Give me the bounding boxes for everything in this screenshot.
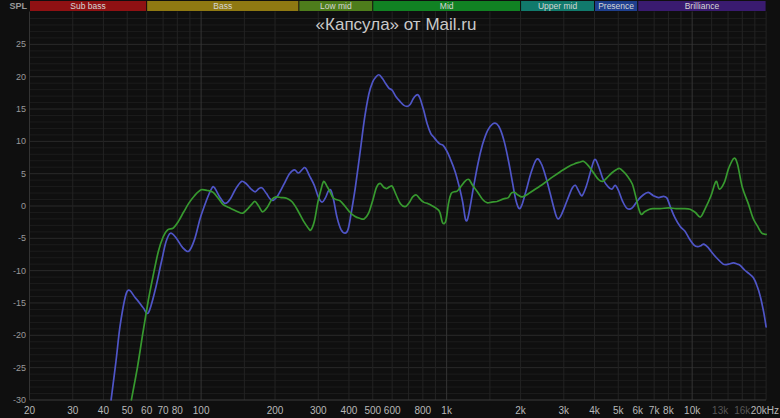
curve-blue-response <box>111 75 766 400</box>
y-tick-label: -10 <box>13 266 26 276</box>
y-tick-label: -30 <box>13 395 26 405</box>
x-tick-label: 13k <box>712 405 729 416</box>
band-label: Sub bass <box>70 1 105 11</box>
band-label: Mid <box>440 1 454 11</box>
x-tick-label: 600 <box>384 405 401 416</box>
x-tick-label: 8k <box>663 405 675 416</box>
curves-layer <box>111 75 766 400</box>
y-tick-label: 5 <box>21 169 26 179</box>
x-tick-label: 200 <box>267 405 284 416</box>
x-tick-label: 300 <box>310 405 327 416</box>
y-tick-label: 25 <box>16 39 26 49</box>
x-tick-label: 50 <box>122 405 134 416</box>
grid-layer <box>30 12 767 401</box>
x-tick-label: 10k <box>684 405 701 416</box>
y-axis-title: SPL <box>9 1 27 11</box>
frequency-response-chart: Sub bassBassLow midMidUpper midPresenceB… <box>0 0 780 418</box>
x-tick-label: 20kHz <box>751 405 779 416</box>
band-label: Bass <box>213 1 232 11</box>
y-tick-label: -20 <box>13 330 26 340</box>
y-tick-label: -15 <box>13 298 26 308</box>
x-tick-label: 16k <box>734 405 751 416</box>
x-tick-label: 6k <box>632 405 644 416</box>
curve-green-response <box>131 158 766 400</box>
band-label: Low mid <box>320 1 352 11</box>
x-tick-label: 400 <box>341 405 358 416</box>
x-tick-label: 60 <box>141 405 153 416</box>
x-tick-label: 3k <box>559 405 571 416</box>
x-tick-label: 7k <box>649 405 661 416</box>
y-tick-label: 20 <box>16 72 26 82</box>
band-label: Presence <box>598 1 634 11</box>
y-tick-label: 10 <box>16 136 26 146</box>
x-tick-label: 100 <box>193 405 210 416</box>
x-tick-label: 500 <box>364 405 381 416</box>
x-tick-label: 5k <box>613 405 625 416</box>
y-tick-label: -25 <box>13 363 26 373</box>
y-tick-label: -5 <box>18 233 26 243</box>
chart-canvas: Sub bassBassLow midMidUpper midPresenceB… <box>0 0 780 418</box>
x-tick-label: 70 <box>158 405 170 416</box>
x-tick-label: 2k <box>515 405 527 416</box>
chart-title: «Капсула» от Mail.ru <box>316 15 477 34</box>
x-tick-label: 800 <box>415 405 432 416</box>
band-label: Brilliance <box>685 1 720 11</box>
x-tick-label: 1k <box>441 405 453 416</box>
x-tick-label: 4k <box>589 405 601 416</box>
y-tick-label: 0 <box>21 201 26 211</box>
y-tick-label: 15 <box>16 104 26 114</box>
x-tick-label: 40 <box>98 405 110 416</box>
x-tick-label: 30 <box>67 405 79 416</box>
frequency-bands-row: Sub bassBassLow midMidUpper midPresenceB… <box>30 1 766 11</box>
x-tick-label: 20 <box>24 405 36 416</box>
x-tick-label: 80 <box>172 405 184 416</box>
band-label: Upper mid <box>538 1 577 11</box>
